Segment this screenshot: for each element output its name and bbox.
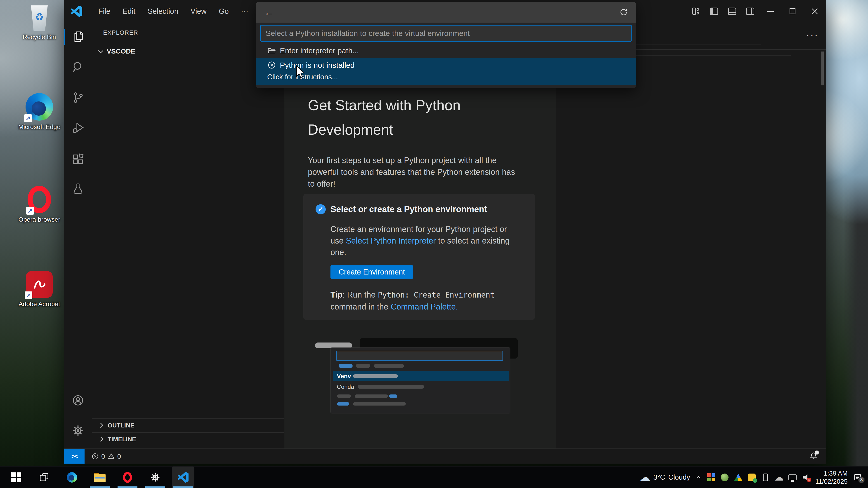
weather-widget[interactable]: ☁ 3°C Cloudy — [639, 472, 690, 483]
refresh-icon[interactable] — [619, 7, 628, 17]
activitybar-search[interactable] — [64, 59, 92, 74]
tray-google-drive-icon[interactable] — [734, 473, 743, 482]
quickpick-input[interactable] — [260, 25, 631, 41]
task-view-button[interactable] — [33, 466, 55, 488]
menu-selection[interactable]: Selection — [142, 3, 184, 19]
step-card[interactable]: ✓ Select or create a Python environment … — [303, 194, 535, 320]
gear-icon — [150, 472, 161, 483]
error-circle-icon — [267, 61, 276, 70]
back-arrow-icon[interactable]: ← — [264, 7, 274, 18]
media-row-conda: Conda — [333, 382, 509, 392]
tray-shield-check-icon[interactable] — [747, 473, 756, 482]
notification-dot — [815, 451, 819, 455]
menu-file[interactable]: File — [92, 3, 116, 19]
notifications-bell-button[interactable] — [809, 451, 818, 461]
toggle-panel-icon[interactable] — [727, 6, 737, 16]
activitybar-source-control[interactable] — [64, 90, 92, 105]
menu-edit[interactable]: Edit — [116, 3, 142, 19]
menu-go[interactable]: Go — [213, 3, 235, 19]
tray-phone-link-icon[interactable] — [761, 473, 770, 482]
search-icon — [71, 60, 85, 73]
folder-row-vscode[interactable]: VSCODE — [92, 45, 284, 57]
intro-line: to offer! — [308, 178, 515, 190]
menu-more-icon[interactable]: ··· — [235, 3, 254, 19]
folder-name: VSCODE — [107, 47, 135, 55]
create-environment-button[interactable]: Create Environment — [331, 265, 413, 279]
desktop-icon-label: Recycle Bin — [23, 33, 56, 41]
desktop-icon-opera-browser[interactable]: ↗ Opera browser — [10, 186, 69, 223]
activitybar-settings[interactable] — [64, 423, 92, 438]
taskbar-edge[interactable] — [61, 466, 83, 488]
activitybar-extensions[interactable] — [64, 151, 92, 167]
shortcut-arrow-icon: ↗ — [24, 114, 32, 122]
editor-scrollbar[interactable] — [821, 52, 824, 86]
activitybar-account[interactable] — [64, 392, 92, 408]
menu-view[interactable]: View — [184, 3, 213, 19]
recycle-symbol-icon: ♻ — [35, 12, 43, 22]
editor-more-actions-icon[interactable]: ··· — [806, 29, 818, 41]
start-button[interactable] — [5, 466, 28, 488]
weather-condition: Cloudy — [669, 473, 690, 482]
running-indicator — [118, 486, 137, 488]
toggle-primary-sidebar-icon[interactable] — [709, 6, 719, 16]
select-python-interpreter-link[interactable]: Select Python Interpreter — [346, 236, 436, 246]
maximize-button[interactable] — [785, 3, 800, 19]
activity-bar — [64, 23, 92, 449]
media-bar — [337, 394, 351, 398]
desktop-icon-recycle-bin[interactable]: ♻ Recycle Bin — [10, 5, 69, 41]
tray-green-app-icon[interactable] — [720, 473, 729, 482]
extensions-icon — [71, 153, 85, 166]
warning-triangle-icon — [107, 453, 115, 460]
tray-onedrive-icon[interactable]: ☁ — [775, 473, 783, 482]
error-circle-icon — [91, 453, 99, 460]
activitybar-run-debug[interactable] — [64, 120, 92, 136]
desktop-icon-adobe-acrobat[interactable]: ↗ Adobe Acrobat — [10, 271, 69, 308]
section-timeline[interactable]: TIMELINE — [92, 432, 284, 446]
edge-icon — [67, 472, 77, 483]
tray-chevron-up-icon[interactable] — [695, 474, 702, 481]
taskbar-settings[interactable] — [144, 466, 166, 488]
customize-layout-icon[interactable] — [691, 6, 701, 16]
vscode-logo-icon — [71, 6, 82, 17]
tip-command-code: Python: Create Environment — [378, 291, 495, 299]
notification-center-button[interactable]: 3 — [852, 473, 863, 482]
recycle-bin-icon: ♻ — [29, 5, 49, 31]
desktop-icon-microsoft-edge[interactable]: ↗ Microsoft Edge — [10, 93, 69, 131]
tray-volume-muted-icon[interactable]: ✕ — [802, 473, 810, 482]
quickpick-item-enter-interpreter-path[interactable]: Enter interpreter path... — [256, 43, 636, 58]
command-palette-link[interactable]: Command Palette — [391, 302, 456, 311]
minimize-button[interactable] — [763, 3, 777, 19]
walkthrough-media: Venv Conda — [284, 334, 556, 421]
toggle-secondary-sidebar-icon[interactable] — [745, 6, 755, 16]
taskbar-clock[interactable]: 1:39 AM 11/02/2025 — [815, 469, 848, 486]
clock-time: 1:39 AM — [815, 469, 848, 477]
step-tip: Tip: Run the Python: Create Environment … — [331, 289, 525, 313]
section-outline[interactable]: OUTLINE — [92, 418, 284, 432]
tip-text: . — [456, 302, 458, 311]
activitybar-testing[interactable] — [64, 181, 92, 197]
shortcut-arrow-icon: ↗ — [26, 207, 34, 215]
step-title: Select or create a Python environment — [331, 204, 487, 214]
quickpick-dialog: ← Enter interpreter path... Python is no… — [256, 2, 636, 88]
taskbar-opera[interactable] — [116, 466, 139, 488]
taskbar-vscode[interactable] — [172, 466, 194, 488]
tray-app-grid-icon[interactable] — [707, 473, 715, 482]
taskbar-file-explorer[interactable] — [88, 466, 111, 488]
quickpick-item-python-not-installed[interactable]: Python is not installed Click for instru… — [256, 58, 636, 86]
account-icon — [71, 394, 85, 407]
media-bar — [339, 364, 352, 368]
remote-indicator-button[interactable]: >< — [64, 449, 85, 464]
close-button[interactable] — [808, 3, 822, 19]
activitybar-explorer[interactable] — [64, 29, 92, 45]
walkthrough-empty-panel — [556, 50, 826, 449]
source-control-icon — [71, 91, 85, 104]
running-indicator — [145, 486, 165, 488]
problems-status[interactable]: 0 0 — [91, 453, 121, 460]
media-row-venv: Venv — [333, 371, 509, 381]
minimize-icon — [767, 11, 774, 12]
tip-text: command in the — [331, 302, 391, 311]
heading-line1: Get Started with Python — [308, 93, 461, 118]
clock-date: 11/02/2025 — [815, 477, 848, 486]
tray-display-icon[interactable] — [788, 473, 797, 482]
taskbar: ☁ 3°C Cloudy ☁ ✕ 1:39 AM 11/02/2025 — [0, 466, 868, 488]
